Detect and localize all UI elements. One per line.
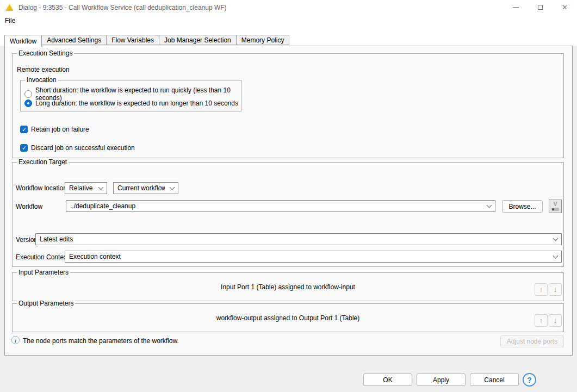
chevron-down-icon: [98, 184, 104, 190]
arrow-down-icon: ↓: [554, 285, 557, 294]
workflow-tab-panel: Execution Settings Remote execution Invo…: [4, 46, 573, 356]
title-bar[interactable]: Dialog - 9:3535 - Call Workflow Service …: [0, 0, 577, 15]
radio-off-icon: [24, 90, 32, 98]
workflow-path-value: ../deduplicate_cleanup: [70, 202, 135, 210]
window-title: Dialog - 9:3535 - Call Workflow Service …: [18, 4, 227, 11]
arrow-down-icon: ↓: [554, 316, 557, 325]
menu-bar: File: [0, 15, 577, 27]
cancel-button[interactable]: Cancel: [470, 374, 519, 386]
info-icon: i: [11, 336, 20, 344]
chevron-down-icon: [553, 253, 559, 258]
invocation-legend: Invocation: [25, 76, 58, 84]
help-button[interactable]: ?: [523, 373, 536, 387]
radio-long-duration-label: Long duration: the workflow is expected …: [35, 99, 238, 107]
output-move-up-button[interactable]: ↑: [535, 314, 548, 327]
retain-job-checkbox[interactable]: Retain job on failure: [20, 126, 89, 133]
status-message: The node ports match the parameters of t…: [23, 337, 179, 345]
location-base-select[interactable]: Current workflow: [113, 182, 178, 194]
window-controls: ✕: [504, 0, 577, 15]
checkbox-checked-icon: [20, 144, 28, 152]
retain-job-label: Retain job on failure: [31, 126, 89, 133]
dialog-window: Dialog - 9:3535 - Call Workflow Service …: [0, 0, 577, 392]
discard-job-checkbox[interactable]: Discard job on successful execution: [20, 144, 135, 152]
execution-context-value: Execution context: [69, 253, 121, 260]
location-base-value: Current workflow: [117, 184, 165, 192]
output-parameters-group: Output Parameters workflow-output assign…: [12, 303, 564, 332]
apply-button[interactable]: Apply: [417, 374, 466, 386]
workflow-path-combobox[interactable]: ../deduplicate_cleanup: [66, 200, 495, 212]
flow-variable-port-icon: [551, 208, 559, 211]
input-parameters-group: Input Parameters Input Port 1 (Table) as…: [12, 272, 564, 301]
close-icon: ✕: [562, 4, 568, 11]
workflow-location-label: Workflow location: [16, 184, 67, 192]
radio-on-icon: [24, 99, 32, 107]
adjust-node-ports-button[interactable]: Adjust node ports: [500, 335, 564, 347]
maximize-button[interactable]: [528, 0, 553, 15]
tab-job-manager-selection[interactable]: Job Manager Selection: [159, 35, 237, 45]
execution-context-select[interactable]: Execution context: [65, 251, 562, 263]
flow-variable-v-icon: V: [554, 202, 557, 207]
workflow-label: Workflow: [16, 203, 42, 210]
minimize-button[interactable]: [504, 0, 528, 15]
execution-settings-group: Execution Settings Remote execution Invo…: [12, 53, 564, 158]
tab-memory-policy[interactable]: Memory Policy: [237, 35, 290, 45]
input-move-down-button[interactable]: ↓: [549, 283, 562, 296]
execution-context-label: Execution Context: [16, 253, 69, 261]
minimize-icon: [513, 7, 519, 8]
checkbox-checked-icon: [20, 126, 28, 133]
remote-execution-label: Remote execution: [17, 66, 70, 73]
invocation-group: Invocation Short duration: the workflow …: [20, 80, 241, 111]
flow-variable-button[interactable]: V: [549, 200, 562, 213]
output-move-down-button[interactable]: ↓: [549, 314, 562, 327]
version-label: Version: [16, 236, 38, 244]
close-button[interactable]: ✕: [553, 0, 577, 15]
knime-warning-icon: [5, 3, 14, 11]
tab-workflow[interactable]: Workflow: [4, 35, 42, 47]
chevron-down-icon: [170, 184, 175, 190]
input-assignment-text: Input Port 1 (Table) assigned to workflo…: [13, 273, 563, 301]
arrow-up-icon: ↑: [539, 316, 543, 325]
relative-to-value: Relative to: [69, 184, 94, 192]
ok-button[interactable]: OK: [363, 374, 412, 386]
browse-button[interactable]: Browse...: [502, 200, 543, 213]
chevron-down-icon: [553, 235, 559, 241]
relative-to-select[interactable]: Relative to: [65, 182, 107, 194]
question-mark-icon: ?: [527, 376, 532, 384]
discard-job-label: Discard job on successful execution: [31, 144, 135, 152]
version-value: Latest edits: [40, 235, 73, 243]
tab-flow-variables[interactable]: Flow Variables: [107, 35, 159, 45]
execution-target-legend: Execution Target: [17, 158, 69, 166]
radio-long-duration[interactable]: Long duration: the workflow is expected …: [24, 99, 238, 107]
chevron-down-icon: [487, 202, 492, 208]
maximize-icon: [538, 5, 543, 10]
tab-strip: Workflow Advanced Settings Flow Variable…: [4, 34, 289, 46]
menu-file[interactable]: File: [1, 16, 19, 26]
arrow-up-icon: ↑: [539, 285, 543, 294]
version-select[interactable]: Latest edits: [35, 233, 562, 245]
execution-settings-legend: Execution Settings: [17, 49, 74, 57]
output-assignment-text: workflow-output assigned to Output Port …: [13, 304, 563, 332]
tab-advanced-settings[interactable]: Advanced Settings: [42, 35, 107, 45]
input-move-up-button[interactable]: ↑: [535, 283, 548, 296]
execution-target-group: Execution Target Workflow location Relat…: [12, 162, 564, 267]
